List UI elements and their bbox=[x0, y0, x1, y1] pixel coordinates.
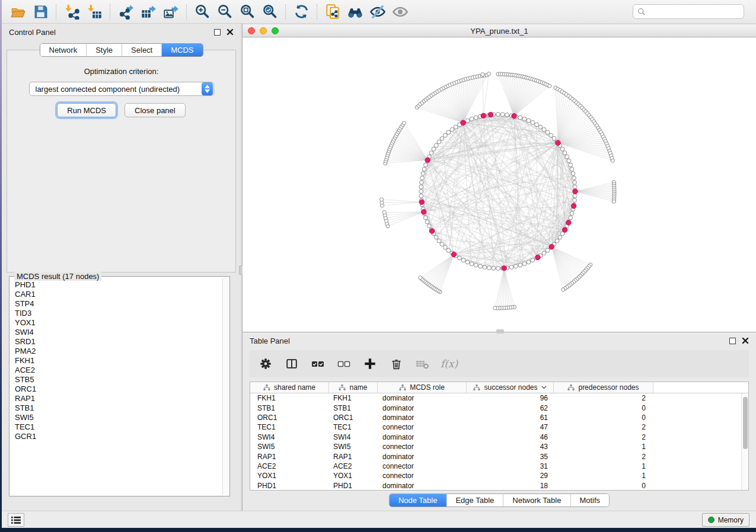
ring-node[interactable] bbox=[563, 151, 567, 155]
search-input[interactable] bbox=[646, 8, 739, 16]
hub-node[interactable] bbox=[481, 113, 486, 118]
leaf-node[interactable] bbox=[611, 159, 614, 162]
ring-node[interactable] bbox=[440, 242, 444, 246]
ring-node[interactable] bbox=[434, 143, 438, 148]
ring-node[interactable] bbox=[450, 127, 454, 132]
hub-node[interactable] bbox=[571, 204, 576, 209]
save-session-button[interactable] bbox=[29, 2, 52, 21]
table-row[interactable]: ACE2ACE2connector311 bbox=[250, 462, 741, 471]
ring-node[interactable] bbox=[573, 185, 577, 189]
result-node-item[interactable]: SRD1 bbox=[15, 337, 222, 347]
ring-node[interactable] bbox=[437, 239, 441, 243]
table-tab-motifs[interactable]: Motifs bbox=[570, 494, 609, 507]
import-table-button[interactable] bbox=[83, 2, 106, 21]
result-node-item[interactable]: YOX1 bbox=[15, 318, 222, 328]
ring-node[interactable] bbox=[531, 258, 535, 262]
result-node-item[interactable]: CAR1 bbox=[15, 290, 222, 299]
table-tab-edge-table[interactable]: Edge Table bbox=[446, 494, 503, 507]
zoom-fit-button[interactable] bbox=[236, 2, 259, 21]
result-node-item[interactable]: TID3 bbox=[15, 309, 222, 318]
show-columns-button[interactable] bbox=[283, 355, 301, 373]
ring-node[interactable] bbox=[546, 248, 550, 252]
ring-node[interactable] bbox=[458, 256, 462, 260]
ring-node[interactable] bbox=[569, 163, 573, 167]
ring-node[interactable] bbox=[558, 235, 562, 239]
zoom-selected-button[interactable] bbox=[259, 2, 281, 21]
ring-node[interactable] bbox=[423, 216, 428, 220]
ring-node[interactable] bbox=[518, 263, 522, 267]
delete-column-button[interactable] bbox=[387, 355, 405, 373]
ring-node[interactable] bbox=[474, 263, 478, 267]
tab-select[interactable]: Select bbox=[122, 44, 161, 56]
result-node-item[interactable]: SWI4 bbox=[15, 328, 222, 337]
ring-node[interactable] bbox=[552, 136, 556, 140]
ring-node[interactable] bbox=[546, 130, 550, 134]
result-node-item[interactable]: PHD1 bbox=[15, 280, 222, 290]
leaf-node[interactable] bbox=[481, 73, 484, 76]
open-file-button[interactable] bbox=[7, 2, 29, 21]
ring-node[interactable] bbox=[572, 176, 576, 180]
tab-network[interactable]: Network bbox=[40, 44, 86, 56]
column-header-shared-name[interactable]: shared name bbox=[250, 382, 329, 393]
ring-node[interactable] bbox=[429, 151, 433, 155]
zoom-in-button[interactable] bbox=[191, 2, 213, 21]
run-mcds-button[interactable]: Run MCDS bbox=[57, 103, 116, 117]
ring-node[interactable] bbox=[479, 264, 483, 268]
ring-node[interactable] bbox=[432, 147, 436, 151]
ring-node[interactable] bbox=[422, 167, 426, 171]
ring-node[interactable] bbox=[514, 264, 518, 268]
duplicate-network-button[interactable] bbox=[321, 2, 344, 21]
float-panel-icon[interactable] bbox=[214, 29, 221, 36]
ring-node[interactable] bbox=[500, 113, 505, 117]
hub-node[interactable] bbox=[451, 252, 456, 257]
hub-node[interactable] bbox=[566, 220, 571, 225]
table-row[interactable]: SWI4SWI4dominator462 bbox=[250, 432, 741, 442]
ring-node[interactable] bbox=[423, 163, 428, 167]
table-settings-button[interactable] bbox=[257, 355, 275, 373]
leaf-node[interactable] bbox=[493, 306, 497, 310]
ring-node[interactable] bbox=[470, 262, 474, 266]
leaf-node[interactable] bbox=[548, 84, 551, 88]
leaf-node[interactable] bbox=[382, 210, 386, 214]
ring-node[interactable] bbox=[573, 198, 577, 203]
ring-node[interactable] bbox=[492, 266, 496, 270]
ring-node[interactable] bbox=[425, 220, 429, 224]
export-image-button[interactable] bbox=[160, 2, 182, 21]
result-node-item[interactable]: PMA2 bbox=[15, 347, 222, 356]
ring-node[interactable] bbox=[427, 224, 431, 228]
ring-node[interactable] bbox=[570, 167, 574, 171]
leaf-node[interactable] bbox=[402, 121, 406, 125]
hub-node[interactable] bbox=[535, 255, 540, 259]
ring-node[interactable] bbox=[527, 118, 531, 123]
ring-node[interactable] bbox=[487, 266, 492, 270]
float-panel-icon[interactable] bbox=[729, 338, 736, 344]
network-graph[interactable] bbox=[243, 38, 756, 332]
hub-node[interactable] bbox=[422, 210, 426, 214]
ring-node[interactable] bbox=[496, 113, 500, 117]
result-node-item[interactable]: SWI5 bbox=[15, 413, 222, 422]
table-row[interactable]: PHD1PHD1dominator180 bbox=[250, 481, 741, 490]
result-node-item[interactable]: TEC1 bbox=[15, 422, 222, 432]
ring-node[interactable] bbox=[420, 181, 424, 185]
export-network-button[interactable] bbox=[114, 2, 137, 21]
ring-node[interactable] bbox=[419, 194, 423, 198]
ring-node[interactable] bbox=[446, 248, 451, 252]
export-table-button[interactable] bbox=[137, 2, 160, 21]
ring-node[interactable] bbox=[570, 211, 574, 216]
table-tab-node-table[interactable]: Node Table bbox=[390, 494, 446, 507]
ring-node[interactable] bbox=[483, 265, 487, 270]
table-row[interactable]: FKH1FKH1dominator962 bbox=[250, 393, 741, 403]
tab-style[interactable]: Style bbox=[86, 44, 122, 56]
ring-node[interactable] bbox=[573, 181, 577, 185]
hide-selected-button[interactable] bbox=[366, 2, 389, 21]
ring-node[interactable] bbox=[509, 265, 513, 270]
result-node-item[interactable]: ORC1 bbox=[15, 384, 222, 394]
ring-node[interactable] bbox=[470, 117, 474, 121]
ring-node[interactable] bbox=[496, 267, 500, 271]
ring-node[interactable] bbox=[531, 120, 535, 124]
network-canvas[interactable] bbox=[243, 38, 756, 332]
hub-node[interactable] bbox=[512, 114, 516, 118]
result-node-item[interactable]: ACE2 bbox=[15, 366, 222, 375]
result-node-item[interactable]: STB5 bbox=[15, 375, 222, 384]
hub-node[interactable] bbox=[549, 244, 554, 249]
